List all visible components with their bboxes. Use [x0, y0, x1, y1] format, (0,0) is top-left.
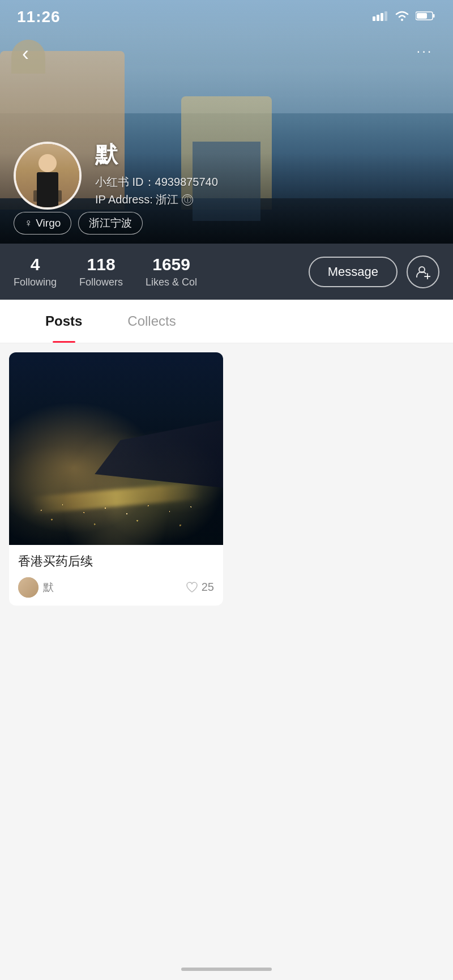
svg-rect-0 [373, 16, 375, 21]
cover-area: ‹ ··· 默 小红书 ID：4939875740 IP Address: 浙江… [0, 0, 453, 244]
author-avatar [18, 577, 39, 598]
back-button[interactable]: ‹ [11, 40, 40, 68]
virgo-icon: ♀ [24, 217, 32, 229]
tabs-bar: Posts Collects [0, 300, 453, 343]
tags-row: ♀ Virgo 浙江宁波 [14, 212, 143, 235]
heart-icon [186, 581, 198, 594]
post-image [9, 352, 223, 545]
back-chevron-icon: ‹ [22, 42, 29, 66]
post-title: 香港买药后续 [18, 553, 214, 570]
avatar[interactable] [14, 142, 82, 210]
stats-group: 4 Following 118 Followers 1659 Likes & C… [14, 255, 197, 288]
status-icons [373, 10, 436, 24]
posts-grid: 香港买药后续 默 25 [9, 352, 444, 606]
tab-posts[interactable]: Posts [23, 300, 105, 343]
wifi-icon [394, 10, 410, 24]
svg-point-4 [401, 19, 403, 21]
post-author: 默 [18, 577, 54, 598]
svg-rect-2 [381, 13, 383, 21]
stat-followers[interactable]: 118 Followers [79, 255, 123, 288]
follow-button[interactable] [407, 255, 439, 288]
likes-count: 25 [202, 581, 214, 594]
person-add-icon [416, 265, 430, 279]
location-label: 浙江宁波 [89, 216, 132, 231]
profile-ip: IP Address: 浙江 ⓘ [95, 192, 218, 207]
author-name: 默 [43, 580, 54, 595]
svg-rect-6 [433, 14, 435, 18]
followers-count: 118 [87, 255, 116, 274]
message-button[interactable]: Message [309, 257, 398, 287]
tab-collects[interactable]: Collects [105, 300, 198, 343]
tag-virgo[interactable]: ♀ Virgo [14, 212, 71, 235]
status-time: 11:26 [17, 8, 61, 26]
svg-rect-3 [384, 11, 387, 21]
likes-label: Likes & Col [146, 276, 197, 288]
home-indicator [181, 968, 272, 971]
profile-section: 默 小红书 ID：4939875740 IP Address: 浙江 ⓘ [14, 139, 218, 210]
signal-icon [373, 11, 388, 23]
profile-name: 默 [95, 139, 218, 170]
stats-bar: 4 Following 118 Followers 1659 Likes & C… [0, 244, 453, 300]
following-label: Following [14, 276, 57, 288]
status-bar: 11:26 [0, 0, 453, 34]
svg-rect-1 [377, 15, 379, 21]
battery-icon [416, 11, 436, 23]
content-area: 香港买药后续 默 25 [0, 343, 453, 910]
info-icon[interactable]: ⓘ [182, 194, 193, 206]
post-likes: 25 [186, 581, 214, 594]
avatar-image [16, 144, 79, 207]
following-count: 4 [31, 255, 40, 274]
tag-location[interactable]: 浙江宁波 [78, 212, 143, 235]
svg-rect-7 [417, 13, 427, 19]
stat-likes[interactable]: 1659 Likes & Col [146, 255, 197, 288]
stat-following[interactable]: 4 Following [14, 255, 57, 288]
profile-id: 小红书 ID：4939875740 [95, 174, 218, 190]
more-button[interactable]: ··· [408, 40, 442, 62]
more-dots-icon: ··· [416, 43, 433, 59]
likes-count: 1659 [152, 255, 190, 274]
post-meta: 默 25 [18, 577, 214, 598]
followers-label: Followers [79, 276, 123, 288]
action-group: Message [309, 255, 439, 288]
post-card[interactable]: 香港买药后续 默 25 [9, 352, 223, 606]
virgo-label: Virgo [36, 217, 61, 229]
profile-info: 默 小红书 ID：4939875740 IP Address: 浙江 ⓘ [95, 139, 218, 210]
post-info: 香港买药后续 默 25 [9, 545, 223, 606]
